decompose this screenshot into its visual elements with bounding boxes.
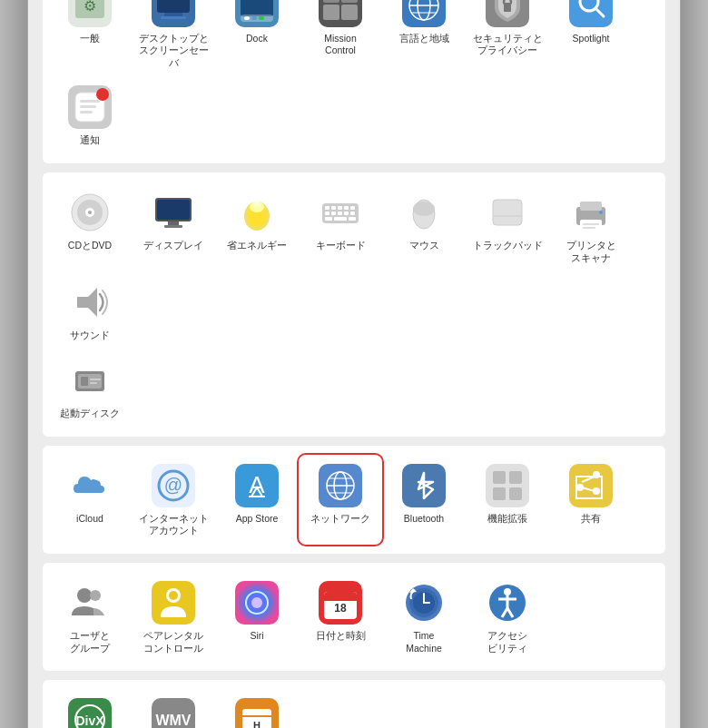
svg-point-102 xyxy=(77,588,92,603)
item-label-appstore: App Store xyxy=(236,513,279,526)
svg-rect-5 xyxy=(164,13,182,16)
svg-rect-56 xyxy=(338,212,342,215)
svg-text:WMV: WMV xyxy=(155,713,191,728)
svg-text:DivX: DivX xyxy=(75,713,104,728)
icon-timemachine xyxy=(400,579,447,626)
svg-rect-53 xyxy=(350,206,355,210)
item-appstore[interactable]: A App Store xyxy=(217,457,297,543)
item-internet[interactable]: @ インターネットアカウント xyxy=(133,457,213,543)
item-timemachine[interactable]: TimeMachine xyxy=(384,574,464,660)
svg-text:A: A xyxy=(249,471,265,498)
icon-printer xyxy=(567,189,615,236)
item-datetime[interactable]: 18 日付と時刻 xyxy=(300,574,380,660)
item-desktop[interactable]: デスクトップとスクリーンセーバ xyxy=(133,0,213,74)
item-network[interactable]: ネットワーク xyxy=(300,457,380,543)
icon-parental xyxy=(150,579,197,626)
item-label-mouse: マウス xyxy=(409,240,439,252)
svg-text:H: H xyxy=(253,720,261,728)
item-label-energy: 省エネルギー xyxy=(227,240,287,252)
item-security[interactable]: セキュリティとプライバシー xyxy=(467,0,547,74)
svg-rect-78 xyxy=(90,382,97,384)
item-label-sound: サウンド xyxy=(70,330,110,342)
item-mouse[interactable]: マウス xyxy=(384,183,464,270)
item-label-accessibility: アクセシビリティ xyxy=(487,630,527,654)
item-startup[interactable]: 起動ディスク xyxy=(50,351,130,426)
items-grid-2: CDとDVD ディスプレイ 省エネルギー xyxy=(50,183,658,348)
icon-flip4mac: WMV xyxy=(150,696,197,728)
svg-rect-58 xyxy=(350,212,355,215)
item-label-cddvd: CDとDVD xyxy=(68,240,112,252)
section-system: ユーザとグループ ペアレンタルコントロール Siri xyxy=(43,563,665,671)
item-icloud[interactable]: iCloud xyxy=(50,457,130,543)
svg-rect-15 xyxy=(341,0,358,3)
svg-rect-16 xyxy=(323,5,339,20)
item-divx[interactable]: DivX DivX xyxy=(50,691,130,728)
item-label-icloud: iCloud xyxy=(76,513,103,526)
svg-rect-95 xyxy=(509,471,522,484)
icon-mission xyxy=(317,0,364,29)
svg-point-99 xyxy=(593,471,600,478)
item-extensions[interactable]: 機能拡張 xyxy=(467,457,547,543)
item-label-dock: Dock xyxy=(246,33,268,45)
item-label-timemachine: TimeMachine xyxy=(406,630,442,654)
svg-rect-6 xyxy=(161,16,186,19)
item-label-extensions: 機能拡張 xyxy=(487,513,527,526)
svg-marker-73 xyxy=(77,288,97,317)
items-grid-1: ⚙ 一般 デスクトップとスクリーンセーバ Dock xyxy=(50,0,658,152)
item-cddvd[interactable]: CDとDVD xyxy=(50,183,130,270)
svg-rect-10 xyxy=(244,16,250,20)
item-parental[interactable]: ペアレンタルコントロール xyxy=(133,574,213,660)
item-energy[interactable]: 省エネルギー xyxy=(217,183,297,270)
items-grid-4: ユーザとグループ ペアレンタルコントロール Siri xyxy=(50,574,658,660)
icon-display xyxy=(150,189,197,236)
item-users[interactable]: ユーザとグループ xyxy=(50,574,130,660)
item-label-desktop: デスクトップとスクリーンセーバ xyxy=(137,33,210,70)
item-siri[interactable]: Siri xyxy=(217,574,297,660)
item-language[interactable]: 言語と地域 xyxy=(384,0,464,74)
item-printer[interactable]: プリンタとスキャナ xyxy=(551,183,631,270)
icon-security xyxy=(484,0,531,29)
item-display[interactable]: ディスプレイ xyxy=(133,183,213,270)
item-general[interactable]: ⚙ 一般 xyxy=(50,0,130,74)
item-flip4mac[interactable]: WMV Flip4MacWMV xyxy=(133,691,213,728)
main-window: ‹ › システム環境設定 🔍 ⚙ 一般 xyxy=(27,0,681,728)
svg-rect-41 xyxy=(157,200,190,220)
item-label-startup: 起動ディスク xyxy=(60,408,120,420)
item-hosts[interactable]: H Hosts xyxy=(217,691,297,728)
item-mission[interactable]: MissionControl xyxy=(300,0,380,74)
icon-trackpad xyxy=(484,189,531,236)
item-label-siri: Siri xyxy=(250,630,263,643)
svg-rect-68 xyxy=(580,202,602,211)
icon-spotlight xyxy=(567,0,615,29)
item-label-users: ユーザとグループ xyxy=(70,630,110,654)
svg-point-103 xyxy=(90,590,101,601)
svg-rect-54 xyxy=(325,212,329,215)
svg-point-32 xyxy=(96,88,109,101)
item-dock[interactable]: Dock xyxy=(217,0,297,74)
item-trackpad[interactable]: トラックパッド xyxy=(467,183,547,270)
svg-rect-4 xyxy=(157,0,190,13)
svg-rect-57 xyxy=(344,212,349,215)
icon-extensions xyxy=(484,462,531,509)
item-spotlight[interactable]: Spotlight xyxy=(551,0,631,74)
icon-siri xyxy=(233,579,280,626)
item-notification[interactable]: 通知 xyxy=(50,78,130,152)
svg-rect-55 xyxy=(331,212,336,215)
item-label-general: 一般 xyxy=(80,33,100,45)
item-bluetooth[interactable]: Bluetooth xyxy=(384,457,464,543)
item-keyboard[interactable]: キーボード xyxy=(300,183,380,270)
item-label-printer: プリンタとスキャナ xyxy=(566,240,616,264)
svg-rect-51 xyxy=(338,206,342,210)
items-grid-3: iCloud @ インターネットアカウント A App Store xyxy=(50,457,658,543)
svg-rect-8 xyxy=(241,0,273,16)
svg-point-39 xyxy=(88,211,92,214)
svg-point-106 xyxy=(169,591,178,600)
svg-rect-97 xyxy=(509,487,522,500)
item-sound[interactable]: サウンド xyxy=(50,273,130,348)
icon-network xyxy=(317,462,364,509)
svg-rect-43 xyxy=(164,225,182,228)
item-accessibility[interactable]: アクセシビリティ xyxy=(467,574,547,660)
svg-point-72 xyxy=(599,211,603,214)
svg-rect-34 xyxy=(80,105,96,108)
item-sharing[interactable]: 共有 xyxy=(551,457,631,543)
